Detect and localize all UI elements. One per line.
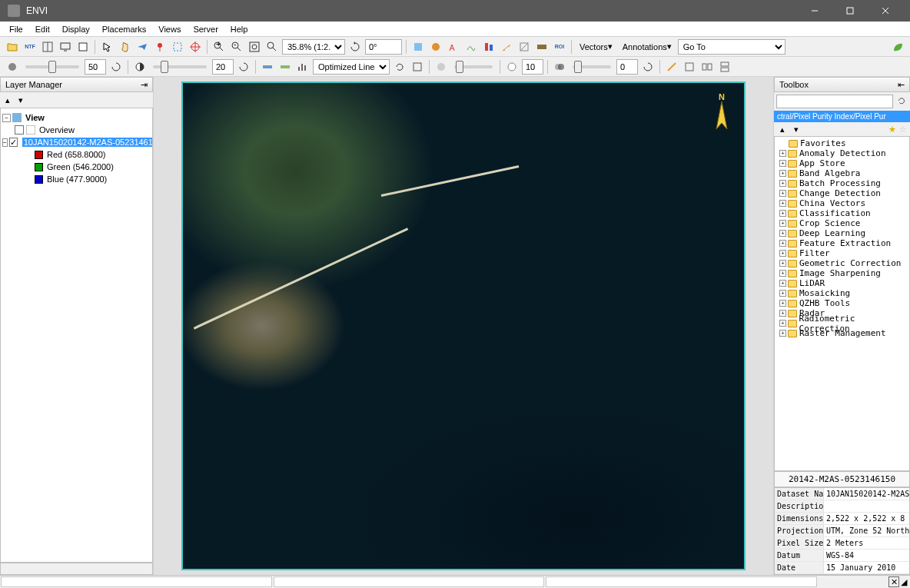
stretch-c-icon[interactable] bbox=[410, 59, 425, 75]
annotations-dropdown[interactable]: Annotations ▾ bbox=[619, 39, 676, 55]
tool-g-icon[interactable] bbox=[516, 39, 532, 55]
tree-overview[interactable]: Overview bbox=[2, 124, 151, 136]
brightness-slider[interactable] bbox=[25, 65, 79, 68]
contrast-input[interactable] bbox=[212, 59, 234, 75]
h-scrollbar[interactable] bbox=[0, 563, 153, 575]
resize-grip-icon[interactable]: ◢ bbox=[901, 577, 907, 587]
pan-icon[interactable] bbox=[117, 39, 132, 55]
expander-icon[interactable]: + bbox=[779, 200, 786, 207]
toolbox-category[interactable]: +QZHB Tools bbox=[776, 298, 908, 308]
toolbox-category[interactable]: +Mosaicking bbox=[776, 288, 908, 298]
stretch-b-icon[interactable] bbox=[277, 59, 293, 75]
checkbox-icon[interactable]: ✓ bbox=[9, 138, 18, 147]
tool-e-icon[interactable] bbox=[481, 39, 497, 55]
collapse-icon[interactable]: ⇥ bbox=[141, 80, 148, 90]
layout-d-icon[interactable] bbox=[717, 59, 732, 75]
menu-display[interactable]: Display bbox=[56, 23, 96, 35]
tool-h-icon[interactable] bbox=[534, 39, 550, 55]
tree-root[interactable]: − View bbox=[2, 111, 151, 124]
sharpen-slider[interactable] bbox=[454, 65, 493, 68]
rotate-input[interactable] bbox=[365, 39, 402, 55]
toolbox-category[interactable]: +Radiometric Correction bbox=[776, 318, 908, 328]
toolbox-category[interactable]: +Feature Extraction bbox=[776, 238, 908, 248]
image-view[interactable]: N bbox=[181, 81, 746, 570]
menu-help[interactable]: Help bbox=[224, 23, 254, 35]
checkbox-icon[interactable] bbox=[15, 125, 24, 135]
expander-icon[interactable]: + bbox=[779, 210, 786, 217]
cursor-icon[interactable] bbox=[99, 39, 115, 55]
tool-f-icon[interactable] bbox=[499, 39, 514, 55]
expander-icon[interactable]: + bbox=[779, 230, 786, 237]
rotate-icon[interactable] bbox=[347, 39, 363, 55]
brightness-input[interactable] bbox=[85, 59, 106, 75]
select-icon[interactable] bbox=[170, 39, 185, 55]
transparency-input[interactable] bbox=[522, 59, 543, 75]
zoom-1to1-icon[interactable] bbox=[264, 39, 280, 55]
menu-edit[interactable]: Edit bbox=[29, 23, 56, 35]
refresh-stretch-icon[interactable] bbox=[392, 59, 407, 75]
tree-collapse-icon[interactable]: ▴ bbox=[777, 124, 788, 135]
chip-icon[interactable] bbox=[75, 39, 91, 55]
stretch-select[interactable]: Optimized Linear bbox=[313, 59, 390, 75]
toolbox-category[interactable]: +Anomaly Detection bbox=[776, 148, 908, 158]
stretch-a-icon[interactable] bbox=[260, 59, 275, 75]
menu-placemarks[interactable]: Placemarks bbox=[96, 23, 152, 35]
tree-expand-icon[interactable]: ▾ bbox=[15, 95, 26, 105]
toolbox-category[interactable]: +Crop Science bbox=[776, 218, 908, 228]
close-button[interactable] bbox=[868, 0, 902, 22]
expander-icon[interactable]: + bbox=[779, 310, 786, 317]
expander-icon[interactable]: + bbox=[779, 330, 786, 337]
leaf-icon[interactable] bbox=[890, 39, 905, 55]
zoom-out-icon[interactable]: - bbox=[229, 39, 244, 55]
transparency-icon[interactable] bbox=[504, 59, 520, 75]
tree-collapse-icon[interactable]: ▴ bbox=[2, 95, 13, 105]
tool-b-icon[interactable] bbox=[428, 39, 443, 55]
expander-icon[interactable]: + bbox=[779, 270, 786, 277]
zoom-level-select[interactable]: 35.8% (1:2.8… bbox=[282, 39, 345, 55]
toolbox-category[interactable]: +Filter bbox=[776, 248, 908, 258]
menu-file[interactable]: File bbox=[3, 23, 29, 35]
expander-icon[interactable]: + bbox=[779, 150, 786, 157]
expander-icon[interactable]: + bbox=[779, 190, 786, 197]
tool-c-icon[interactable] bbox=[446, 39, 461, 55]
close-x-icon[interactable]: ✕ bbox=[888, 576, 899, 587]
data-manager-icon[interactable] bbox=[40, 39, 55, 55]
fly-icon[interactable] bbox=[135, 39, 150, 55]
toolbox-category[interactable]: +LiDAR bbox=[776, 278, 908, 288]
favorite-star-off-icon[interactable]: ☆ bbox=[899, 125, 907, 135]
toolbox-category[interactable]: +App Store bbox=[776, 158, 908, 168]
tree-band-red[interactable]: Red (658.8000) bbox=[2, 148, 151, 161]
expander-icon[interactable]: − bbox=[2, 138, 8, 147]
tree-band-green[interactable]: Green (546.2000) bbox=[2, 161, 151, 173]
toolbox-category[interactable]: +Geometric Correction bbox=[776, 258, 908, 268]
blend-slider[interactable] bbox=[573, 65, 611, 68]
expander-icon[interactable]: + bbox=[779, 260, 786, 267]
goto-select[interactable]: Go To bbox=[678, 39, 785, 55]
crosshair-icon[interactable] bbox=[188, 39, 203, 55]
zoom-in-icon[interactable]: + bbox=[211, 39, 227, 55]
toolbox-category[interactable]: +Deep Learning bbox=[776, 228, 908, 238]
toolbox-category[interactable]: +Change Detection bbox=[776, 188, 908, 198]
zoom-fit-icon[interactable] bbox=[247, 39, 262, 55]
histogram-icon[interactable] bbox=[295, 59, 311, 75]
maximize-button[interactable] bbox=[832, 0, 867, 22]
expander-icon[interactable]: + bbox=[779, 300, 786, 307]
reset-blend-icon[interactable] bbox=[640, 59, 656, 75]
contrast-slider[interactable] bbox=[153, 65, 207, 68]
blend-icon[interactable] bbox=[552, 59, 567, 75]
tree-band-blue[interactable]: Blue (477.9000) bbox=[2, 173, 151, 185]
toolbox-category[interactable]: +Classification bbox=[776, 208, 908, 218]
toolbox-category[interactable]: +China Vectors bbox=[776, 198, 908, 208]
tree-expand-icon[interactable]: ▾ bbox=[791, 124, 802, 135]
layout-a-icon[interactable] bbox=[664, 59, 679, 75]
save-ntf-icon[interactable]: NTF bbox=[22, 39, 38, 55]
toolbox-tree[interactable]: Favorites +Anomaly Detection+App Store+B… bbox=[774, 136, 910, 471]
tree-dataset[interactable]: − ✓ 10JAN15020142-M2AS-05231461 bbox=[2, 136, 151, 148]
collapse-icon[interactable]: ⇤ bbox=[898, 80, 905, 90]
expander-icon[interactable]: + bbox=[779, 320, 786, 327]
layer-tree[interactable]: − View Overview − ✓ 10JAN15020142-M2AS-0… bbox=[0, 108, 153, 563]
expander-icon[interactable]: + bbox=[779, 220, 786, 227]
brightness-icon[interactable] bbox=[5, 59, 20, 75]
expander-icon[interactable]: + bbox=[779, 160, 786, 167]
roi-icon[interactable]: ROI bbox=[552, 39, 567, 55]
